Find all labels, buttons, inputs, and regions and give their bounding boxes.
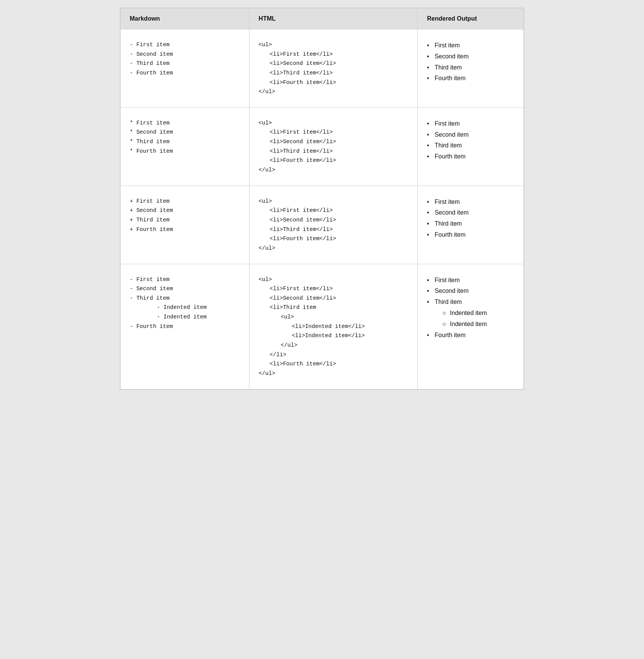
table-header-row: Markdown HTML Rendered Output — [121, 8, 524, 29]
rendered-sublist-item: Indented item — [442, 308, 514, 319]
rendered-cell: First itemSecond itemThird itemFourth it… — [418, 29, 524, 108]
rendered-sublist: Indented itemIndented item — [435, 308, 514, 330]
rendered-list-item: Third item — [427, 140, 514, 151]
rendered-list-item: Second item — [427, 129, 514, 141]
markdown-line: - Indented item — [130, 303, 240, 312]
header-html: HTML — [249, 8, 417, 29]
rendered-list-item: Third item — [427, 62, 514, 73]
html-line: <li>First item</li> — [259, 284, 408, 294]
html-line: <li>Fourth item</li> — [259, 234, 408, 244]
rendered-list: First itemSecond itemThird itemFourth it… — [427, 40, 514, 84]
html-line: <li>Second item</li> — [259, 294, 408, 303]
markdown-line: + Fourth item — [130, 225, 240, 234]
html-line: </ul> — [259, 341, 408, 350]
rendered-list-item: Fourth item — [427, 73, 514, 84]
markdown-line: - First item — [130, 275, 240, 284]
html-cell: <ul><li>First item</li><li>Second item</… — [249, 29, 417, 108]
html-cell: <ul><li>First item</li><li>Second item</… — [249, 186, 417, 264]
markdown-line: - Second item — [130, 50, 240, 59]
markdown-line: - Third item — [130, 59, 240, 68]
rendered-list-item: First item — [427, 118, 514, 129]
html-line: <ul> — [259, 197, 408, 206]
markdown-line: * Third item — [130, 137, 240, 147]
rendered-list-item: First item — [427, 197, 514, 208]
rendered-list-item: Fourth item — [427, 330, 514, 341]
markdown-line: + First item — [130, 197, 240, 206]
rendered-list-item: First item — [427, 40, 514, 51]
html-line: <li>Second item</li> — [259, 215, 408, 225]
html-line: <ul> — [259, 118, 408, 128]
markdown-line: * Fourth item — [130, 147, 240, 156]
markdown-line: - Fourth item — [130, 322, 240, 331]
rendered-cell: First itemSecond itemThird itemFourth it… — [418, 186, 524, 264]
table-row: * First item* Second item* Third item* F… — [121, 107, 524, 186]
markdown-cell: - First item- Second item- Third item- F… — [121, 29, 250, 108]
html-line: <li>Fourth item</li> — [259, 78, 408, 87]
rendered-list: First itemSecond itemThird itemIndented … — [427, 275, 514, 341]
html-line: <ul> — [259, 275, 408, 284]
rendered-list-item: Third item — [427, 218, 514, 229]
html-line: <li>Indented item</li> — [259, 331, 408, 341]
html-line: <li>Fourth item</li> — [259, 156, 408, 165]
rendered-list-item: First item — [427, 275, 514, 286]
html-line: <li>Third item</li> — [259, 147, 408, 156]
table-row: - First item- Second item- Third item- F… — [121, 29, 524, 108]
html-line: <li>Third item — [259, 303, 408, 312]
markdown-line: - First item — [130, 40, 240, 50]
markdown-line: + Second item — [130, 206, 240, 215]
table-row: - First item- Second item- Third item - … — [121, 264, 524, 389]
html-line: <ul> — [259, 40, 408, 50]
html-line: <li>First item</li> — [259, 50, 408, 59]
html-line: <li>Fourth item</li> — [259, 359, 408, 369]
html-line: <li>Third item</li> — [259, 68, 408, 78]
markdown-cell: + First item+ Second item+ Third item+ F… — [121, 186, 250, 264]
rendered-list: First itemSecond itemThird itemFourth it… — [427, 197, 514, 241]
html-line: </ul> — [259, 244, 408, 253]
html-line: </ul> — [259, 87, 408, 97]
markdown-line: - Third item — [130, 294, 240, 303]
html-line: </ul> — [259, 369, 408, 378]
rendered-list-item: Third itemIndented itemIndented item — [427, 297, 514, 330]
html-line: <li>Second item</li> — [259, 59, 408, 68]
markdown-line: * First item — [130, 118, 240, 128]
html-line: </ul> — [259, 165, 408, 175]
html-cell: <ul><li>First item</li><li>Second item</… — [249, 264, 417, 389]
markdown-line: - Indented item — [130, 312, 240, 322]
header-markdown: Markdown — [121, 8, 250, 29]
rendered-list-item: Second item — [427, 51, 514, 62]
markdown-cell: * First item* Second item* Third item* F… — [121, 107, 250, 186]
main-table-wrapper: Markdown HTML Rendered Output - First it… — [120, 8, 524, 390]
html-line: </li> — [259, 350, 408, 360]
html-line: <li>First item</li> — [259, 206, 408, 215]
markdown-line: + Third item — [130, 215, 240, 225]
rendered-list-item: Fourth item — [427, 151, 514, 162]
rendered-list: First itemSecond itemThird itemFourth it… — [427, 118, 514, 162]
rendered-sublist-item: Indented item — [442, 319, 514, 330]
markdown-table: Markdown HTML Rendered Output - First it… — [120, 8, 524, 389]
header-rendered: Rendered Output — [418, 8, 524, 29]
rendered-cell: First itemSecond itemThird itemFourth it… — [418, 107, 524, 186]
html-line: <li>Second item</li> — [259, 137, 408, 147]
html-line: <li>Third item</li> — [259, 225, 408, 234]
rendered-list-item: Fourth item — [427, 229, 514, 241]
html-line: <li>First item</li> — [259, 128, 408, 137]
markdown-line: - Second item — [130, 284, 240, 294]
html-line: <ul> — [259, 312, 408, 322]
rendered-cell: First itemSecond itemThird itemIndented … — [418, 264, 524, 389]
rendered-list-item: Second item — [427, 207, 514, 218]
html-line: <li>Indented item</li> — [259, 322, 408, 331]
markdown-cell: - First item- Second item- Third item - … — [121, 264, 250, 389]
rendered-list-item: Second item — [427, 286, 514, 297]
table-row: + First item+ Second item+ Third item+ F… — [121, 186, 524, 264]
markdown-line: * Second item — [130, 128, 240, 137]
markdown-line: - Fourth item — [130, 68, 240, 78]
html-cell: <ul><li>First item</li><li>Second item</… — [249, 107, 417, 186]
